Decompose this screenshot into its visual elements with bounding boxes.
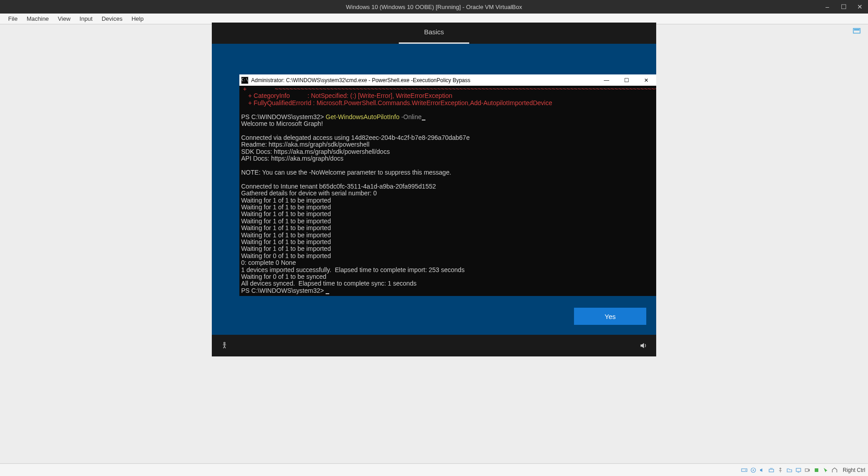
cmd-maximize-button[interactable]: ☐ (616, 74, 636, 86)
optical-icon[interactable] (750, 467, 757, 474)
usb-icon[interactable] (777, 467, 784, 474)
mouse-integration-icon[interactable] (822, 467, 829, 474)
yes-button[interactable]: Yes (574, 308, 646, 325)
svg-point-4 (745, 470, 746, 471)
menu-help[interactable]: Help (127, 15, 148, 22)
svg-rect-10 (815, 468, 818, 472)
oobe-header: Basics (212, 23, 656, 44)
wait-line: Waiting for 1 of 1 to be imported (241, 203, 331, 211)
welcome-line: Welcome to Microsoft Graph! (241, 120, 323, 127)
svg-rect-8 (796, 468, 801, 471)
recording-icon[interactable] (804, 467, 811, 474)
sdk-line: SDK Docs: https://aka.ms/graph/sdk/power… (241, 148, 390, 155)
hdd-icon[interactable] (741, 467, 748, 474)
cpu-icon[interactable] (813, 467, 820, 474)
accessibility-icon[interactable] (220, 341, 229, 350)
error-category: + CategoryInfo : NotSpecified: (:) [Writ… (241, 92, 452, 99)
cmd-close-button[interactable]: ✕ (636, 74, 656, 86)
sync-wait-line: Waiting for 0 of 1 to be synced (241, 273, 327, 280)
oobe-tab-basics[interactable]: Basics (399, 23, 469, 44)
wait-line: Waiting for 1 of 1 to be imported (241, 197, 331, 204)
gather-line: Gathered details for device with serial … (241, 189, 377, 197)
cursor-icon (326, 293, 329, 294)
display-icon[interactable] (795, 467, 802, 474)
cmd-output[interactable]: + ~~~~~~~~~~~~~~~~~~~~~~~~~~~~~~~~~~~~~~… (239, 86, 656, 296)
error-line-tilde: + ~~~~~~~~~~~~~~~~~~~~~~~~~~~~~~~~~~~~~~… (241, 86, 656, 92)
svg-rect-9 (805, 469, 808, 471)
svg-rect-1 (854, 29, 859, 31)
wait-line: Waiting for 1 of 1 to be imported (241, 224, 331, 231)
readme-line: Readme: https://aka.ms/graph/sdk/powersh… (241, 141, 369, 148)
cursor-icon (422, 120, 425, 120)
cmd-window[interactable]: C:\ Administrator: C:\WINDOWS\system32\c… (239, 74, 656, 296)
vbox-title: Windows 10 (Windows 10 OOBE) [Running] -… (346, 4, 522, 10)
audio-icon[interactable] (759, 467, 766, 474)
menu-devices[interactable]: Devices (97, 15, 127, 22)
wait-line: Waiting for 1 of 1 to be imported (241, 245, 331, 252)
ps-prompt-2: PS C:\WINDOWS\system32> (241, 287, 326, 294)
cmd-window-controls: — ☐ ✕ (597, 74, 656, 86)
svg-point-2 (224, 342, 225, 344)
menu-input[interactable]: Input (75, 15, 97, 22)
connected-line: Connected via delegated access using 14d… (241, 134, 470, 141)
ps-prompt-1: PS C:\WINDOWS\system32> (241, 113, 326, 120)
close-button[interactable]: ✕ (852, 0, 868, 14)
tenant-line: Connected to Intune tenant b65dc0fc-3511… (241, 183, 436, 190)
host-key-label: Right Ctrl (843, 467, 865, 473)
menu-file[interactable]: File (4, 15, 22, 22)
imported-line: 1 devices imported successfully. Elapsed… (241, 266, 465, 273)
cmd-titlebar[interactable]: C:\ Administrator: C:\WINDOWS\system32\c… (239, 74, 656, 86)
ps-command: Get-WindowsAutoPilotInfo (326, 113, 399, 120)
shared-folders-icon[interactable] (786, 467, 793, 474)
sync-done-line: All devices synced. Elapsed time to comp… (241, 280, 416, 287)
error-fqid: + FullyQualifiedErrorId : Microsoft.Powe… (241, 99, 552, 106)
notification-icon[interactable] (853, 27, 861, 35)
api-line: API Docs: https://aka.ms/graph/docs (241, 155, 343, 162)
svg-rect-7 (769, 469, 774, 472)
menu-view[interactable]: View (53, 15, 75, 22)
wait-line: Waiting for 1 of 1 to be imported (241, 217, 331, 225)
oobe-body: C:\ Administrator: C:\WINDOWS\system32\c… (212, 44, 656, 335)
note-line: NOTE: You can use the -NoWelcome paramet… (241, 169, 451, 176)
network-icon[interactable] (768, 467, 775, 474)
wait-line: Waiting for 0 of 1 to be imported (241, 252, 331, 259)
vbox-content: Basics C:\ Administrator: C:\WINDOWS\sys… (0, 24, 868, 463)
menu-machine[interactable]: Machine (22, 15, 53, 22)
ps-arg: -Online (400, 113, 422, 120)
svg-point-6 (752, 469, 754, 471)
cmd-minimize-button[interactable]: — (597, 74, 616, 86)
svg-rect-3 (742, 469, 747, 471)
wait-line: Waiting for 1 of 1 to be imported (241, 238, 331, 245)
vbox-titlebar: Windows 10 (Windows 10 OOBE) [Running] -… (0, 0, 868, 14)
oobe-footer (212, 335, 656, 356)
wait-line: Waiting for 1 of 1 to be imported (241, 231, 331, 239)
host-statusbar: Right Ctrl (0, 463, 868, 476)
wait-line: Waiting for 1 of 1 to be imported (241, 210, 331, 217)
guest-display[interactable]: Basics C:\ Administrator: C:\WINDOWS\sys… (212, 23, 656, 356)
maximize-button[interactable]: ☐ (835, 0, 852, 14)
complete-line: 0: complete 0 None (241, 259, 296, 266)
vbox-window-controls: – ☐ ✕ (819, 0, 868, 14)
minimize-button[interactable]: – (819, 0, 835, 14)
cmd-title: Administrator: C:\WINDOWS\system32\cmd.e… (251, 77, 470, 83)
keyboard-icon[interactable] (831, 467, 838, 474)
cmd-icon: C:\ (241, 77, 248, 84)
volume-icon[interactable] (639, 341, 648, 350)
